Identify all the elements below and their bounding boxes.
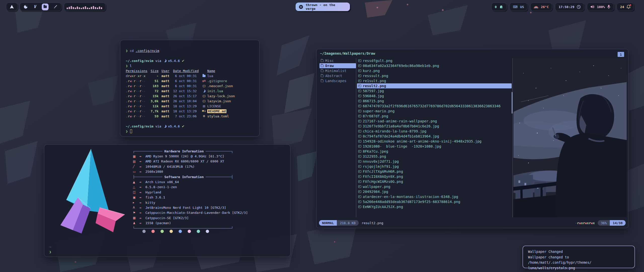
memory-icon: ╱ xyxy=(133,165,139,168)
image-file-icon xyxy=(358,80,361,82)
ls-output: drwxr-xr-x-matt 6 oct 00:31lua.rw-r--r--… xyxy=(126,73,254,119)
file-item[interactable]: 87r687df.png xyxy=(357,114,512,119)
column-divider xyxy=(356,58,356,217)
file-item[interactable]: ressdfgult.png xyxy=(357,58,512,63)
image-file-icon xyxy=(358,180,361,183)
file-item[interactable]: 8FKa7Cu.jpeg xyxy=(357,149,512,154)
file-item[interactable]: result2.png xyxy=(357,83,512,88)
palette-dot xyxy=(179,230,182,233)
file-manager-window[interactable]: ~/Imagenes/Wallpapers/Draw 1 MiscDrawMin… xyxy=(316,49,628,228)
file-item[interactable]: 5a266e448add93deab367d87173e9f25-6837886… xyxy=(357,199,512,204)
file-manager-icon[interactable] xyxy=(42,4,49,10)
file-item[interactable]: resssult.png xyxy=(357,73,512,78)
now-playing-widget[interactable]: thrown - on the verge xyxy=(296,3,350,11)
font-icon: A xyxy=(133,206,139,209)
file-item[interactable]: re1sult.png xyxy=(357,78,512,83)
image-file-icon xyxy=(358,115,361,117)
image-file-icon xyxy=(358,110,361,112)
sidebar-folder-minimalist[interactable]: Minimalist xyxy=(319,68,356,73)
file-item[interactable]: EeNKYgIUcAAJ5JX.png xyxy=(357,204,512,209)
file-item[interactable]: 154928-odinokoe_anime-art-anime-okno-sin… xyxy=(357,139,512,144)
sidebar-folder-landscapes[interactable]: Landscapes xyxy=(319,78,356,83)
cpu-icon: ▦ xyxy=(133,155,139,158)
file-item[interactable]: chica-mirando-la-luna-8799.jpg xyxy=(357,129,512,134)
file-item[interactable]: 68747470733a2f2f696d616765732d7769786d70… xyxy=(357,104,512,109)
terminal-prompt[interactable]: ❯ xyxy=(126,129,254,134)
sidebar-folder-draw[interactable]: Draw xyxy=(319,63,356,68)
image-file-icon xyxy=(358,105,361,107)
file-item[interactable]: 3126f7e9bbf21a8a4af0b67b041c6e26.jpg xyxy=(357,124,512,129)
ls-row: .rw-r--r--59matt 7 oct 23:06⚙stylua.toml xyxy=(126,114,254,119)
lua-icon xyxy=(163,124,167,128)
clock-module[interactable]: 17:50:29 xyxy=(555,3,584,11)
file-item[interactable]: FXfcJlTXgAMvH6R.png xyxy=(357,169,512,174)
fetch-row: △→6.5.8-zen1-1-zen xyxy=(133,185,287,190)
cursor-icon: ⚑ xyxy=(133,211,139,215)
audio-visualizer xyxy=(64,3,106,11)
file-item[interactable]: rsjqojlmjhf91.jpg xyxy=(357,164,512,169)
image-file-icon xyxy=(358,70,361,72)
ls-row: .rw-r--r--15kmatt26 oct 15:17{}lazy-lock… xyxy=(126,93,254,98)
file-item[interactable]: nnvuv0xj2df71.jpg xyxy=(357,159,512,164)
ghost-icon xyxy=(499,5,503,9)
temperature: 26°C xyxy=(541,5,549,9)
lua-icon xyxy=(163,59,167,62)
fetch-row: A→JetBrainsMono Nerd Font Light 10 [GTK2… xyxy=(133,205,287,210)
file-item[interactable]: 596848.jpg xyxy=(357,93,512,98)
file-item[interactable]: 0c794faf07de24a4db4d4fb1eb813964.jpg xyxy=(357,134,512,139)
image-file-icon xyxy=(358,140,361,143)
image-file-icon xyxy=(358,185,361,188)
terminal-window[interactable]: ❯ cd .config/nvim ~/.config/nvim via v5.… xyxy=(120,40,260,137)
file-item[interactable]: kurz.png xyxy=(357,68,512,73)
file-item[interactable]: FXfcHgcWIAMzs0G.png xyxy=(357,179,512,184)
image-file-icon xyxy=(358,150,361,153)
image-file-icon xyxy=(358,200,361,203)
file-item[interactable]: 587597.jpg xyxy=(357,88,512,93)
firefox-icon[interactable] xyxy=(23,4,28,10)
terminal-command-line: ❯ cd .config/nvim xyxy=(126,48,254,53)
file-item[interactable]: 866715.png xyxy=(357,98,512,104)
file-item[interactable]: atardecer-en-la-montanas-ilustracion-634… xyxy=(357,194,512,199)
sidebar-folder-misc[interactable]: Misc xyxy=(319,58,356,63)
vim-icon[interactable]: V xyxy=(32,4,38,10)
brush-icon[interactable] xyxy=(53,4,58,10)
resolution-icon: ▭ xyxy=(133,170,139,174)
crystals-logo xyxy=(49,148,127,234)
notifications-module[interactable]: 24 xyxy=(617,3,634,11)
file-item[interactable]: FXfcII0X0AQyn9X.png xyxy=(357,174,512,179)
json-file-icon: {} xyxy=(202,99,206,103)
folder-open-icon xyxy=(321,60,324,62)
file-item[interactable]: super-mario.png xyxy=(357,109,512,114)
volume-level: 100% xyxy=(597,5,605,9)
notification-popup[interactable]: Wallpaper Changed Wallpaper changed to /… xyxy=(522,246,635,268)
file-item[interactable]: 08a634fa02a32364f69ebc86a98eb1eb.png xyxy=(357,63,512,68)
image-file-icon xyxy=(358,160,361,163)
file-item[interactable]: 3122955.png xyxy=(357,154,512,159)
file-item[interactable]: 20492984.jpg xyxy=(357,189,512,194)
fetch-row: ◫→Hyprland xyxy=(133,190,287,195)
keyboard-layout-module[interactable]: ⌨ US xyxy=(509,3,528,11)
packages-icon: ♟ xyxy=(133,221,139,225)
image-file-icon xyxy=(358,145,361,148)
ls-row: drwxr-xr-x-matt 6 oct 00:31lua xyxy=(126,73,254,78)
app-launcher-button[interactable] xyxy=(6,3,18,11)
file-item[interactable]: wallpaper.png xyxy=(357,184,512,189)
audio-module[interactable]: 100% xyxy=(587,3,614,11)
updates-module[interactable]: 0 xyxy=(491,3,507,11)
file-item[interactable]: 19201080-__blue-tinge__-1920×1080.jpg xyxy=(357,144,512,149)
weather-module[interactable]: 26°C xyxy=(530,3,552,11)
image-file-icon xyxy=(358,100,361,102)
clock-time: 17:50:29 xyxy=(558,5,574,9)
fetch-prompt[interactable]: ~ ❯ xyxy=(49,244,51,254)
palette-dot xyxy=(206,230,209,233)
ls-row: .rw-r--r--11kmatt18 oct 13:29▤LICENSE xyxy=(126,104,254,109)
sidebar-folder-abstract[interactable]: Abstract xyxy=(319,73,356,78)
position-badge: 14/38 xyxy=(610,220,626,226)
license-file-icon: ▤ xyxy=(202,105,206,108)
fetch-row: ⚑→Catppuccin-Macchiato-Standard-Lavender… xyxy=(133,210,287,215)
tab-badge[interactable]: 1 xyxy=(618,52,624,57)
file-item[interactable]: 217167-sad-anime-rain-wallpaper.png xyxy=(357,119,512,124)
keyboard-icon: ⌨ xyxy=(513,5,518,9)
fetch-terminal-window[interactable]: ┌────────────── Hardware Information ───… xyxy=(44,144,291,257)
ls-header: Permissions Size User Date Modified Name xyxy=(126,68,254,73)
